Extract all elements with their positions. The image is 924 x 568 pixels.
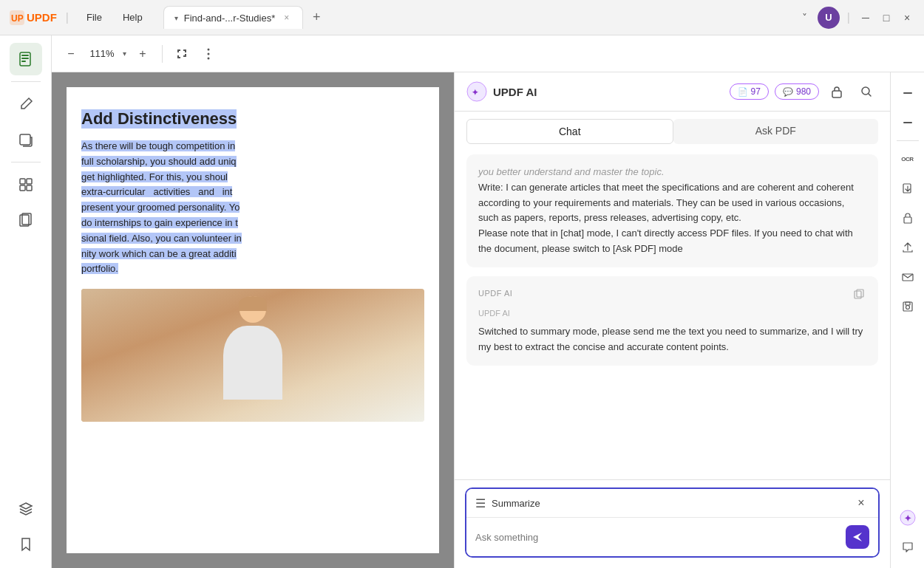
- window-controls: ˅ U | ─ □ ×: [797, 7, 915, 29]
- mode-label: Summarize: [492, 498, 847, 509]
- ai-message-2-header: UPDF AI: [478, 287, 866, 301]
- minus-top-icon: [902, 87, 914, 99]
- copy-icon: [854, 289, 864, 299]
- close-button[interactable]: ×: [899, 10, 915, 26]
- svg-point-26: [906, 306, 909, 309]
- maximize-button[interactable]: □: [878, 10, 894, 26]
- sidebar-item-document-view[interactable]: [10, 43, 42, 75]
- svg-text:✦: ✦: [472, 88, 478, 97]
- sidebar-item-pages[interactable]: [10, 204, 42, 236]
- help-menu[interactable]: Help: [114, 9, 152, 26]
- ai-message-1-text: you better understand and master the top…: [478, 165, 866, 257]
- ai-message-2-sender: UPDF AI: [478, 307, 866, 321]
- title-bar: UP UPDF | File Help ▾ Find-and-...r-Stud…: [0, 0, 924, 35]
- organize-icon: [18, 177, 33, 192]
- ai-message-2-label: UPDF AI: [478, 287, 512, 301]
- scroll-up-icon[interactable]: [894, 80, 921, 106]
- share-button[interactable]: [894, 234, 921, 261]
- pages-credit-badge[interactable]: 📄 97: [730, 83, 769, 100]
- toolbar-sep-1: [162, 45, 163, 63]
- active-tab[interactable]: ▾ Find-and-...r-Studies* ×: [163, 6, 304, 29]
- sidebar-item-annotate[interactable]: [10, 123, 42, 156]
- ai-credits: 📄 97 💬 980: [730, 83, 819, 100]
- ai-title: UPDF AI: [493, 86, 537, 98]
- tab-dropdown-button[interactable]: ˅: [797, 10, 813, 26]
- updf-logo-icon: UP: [9, 10, 25, 26]
- layers-icon: [18, 502, 33, 516]
- scroll-down-icon[interactable]: [894, 109, 921, 136]
- chat-messages: you better understand and master the top…: [455, 144, 890, 479]
- page-extract-icon: [902, 182, 914, 194]
- more-options-button[interactable]: [198, 44, 219, 64]
- protect-button[interactable]: [894, 205, 921, 231]
- page-extract-button[interactable]: [894, 175, 921, 202]
- app-logo: UP UPDF: [9, 10, 57, 26]
- share-icon: [902, 242, 914, 253]
- lock-icon[interactable]: [825, 80, 849, 103]
- annotate-icon: [18, 132, 33, 147]
- tab-chat[interactable]: Chat: [466, 119, 673, 144]
- chat-button[interactable]: [894, 534, 921, 561]
- svg-point-15: [208, 57, 210, 59]
- rs-sep-1: [897, 140, 919, 141]
- svg-rect-18: [832, 91, 841, 97]
- mode-close-button[interactable]: ×: [853, 495, 869, 511]
- new-tab-button[interactable]: +: [306, 7, 327, 28]
- tab-bar: ▾ Find-and-...r-Studies* × +: [163, 6, 791, 29]
- input-mode-bar: ☰ Summarize ×: [466, 489, 878, 518]
- pdf-image: [81, 289, 424, 422]
- svg-text:UP: UP: [11, 13, 24, 24]
- svg-rect-4: [21, 58, 29, 59]
- send-button[interactable]: [846, 525, 869, 549]
- file-menu[interactable]: File: [78, 9, 111, 26]
- svg-rect-22: [903, 184, 911, 193]
- tab-arrow-icon: ▾: [174, 14, 178, 22]
- updf-ai-logo-icon: ✦: [466, 81, 487, 102]
- tab-label: Find-and-...r-Studies*: [184, 13, 276, 24]
- zoom-arrow-icon[interactable]: ▾: [123, 49, 126, 58]
- email-icon: [902, 271, 914, 283]
- zoom-value: 111%: [87, 48, 117, 59]
- toolbar: − 111% ▾ +: [52, 35, 924, 72]
- protect-icon: [902, 212, 914, 224]
- lock-icon-svg: [830, 85, 843, 98]
- updf-colorful-button[interactable]: ✦: [894, 504, 921, 531]
- sidebar-item-layers[interactable]: [10, 493, 42, 525]
- sidebar-item-bookmark[interactable]: [10, 528, 42, 561]
- svg-text:✦: ✦: [904, 513, 911, 524]
- messages-credit-value: 980: [796, 86, 811, 97]
- save-icon: [902, 301, 914, 312]
- search-icon: [860, 85, 873, 98]
- title-sep: |: [66, 11, 69, 24]
- sidebar-item-organize[interactable]: [10, 168, 42, 201]
- ocr-button[interactable]: OCR: [894, 146, 921, 172]
- svg-rect-27: [906, 302, 910, 305]
- save-button[interactable]: [894, 293, 921, 320]
- email-button[interactable]: [894, 264, 921, 290]
- svg-rect-10: [27, 185, 32, 191]
- ai-header: ✦ UPDF AI 📄 97 💬 980: [455, 72, 890, 112]
- minus-bottom-icon: [902, 117, 914, 129]
- main-layout: − 111% ▾ +: [0, 35, 924, 568]
- fit-page-button[interactable]: [171, 44, 192, 64]
- avatar[interactable]: U: [818, 7, 840, 29]
- svg-rect-23: [904, 217, 911, 223]
- pdf-heading: Add Distinctiveness: [81, 109, 237, 129]
- messages-credit-badge[interactable]: 💬 980: [775, 83, 819, 100]
- svg-rect-6: [20, 134, 30, 145]
- svg-rect-25: [903, 302, 912, 311]
- copy-button-2[interactable]: [852, 287, 866, 301]
- tab-ask-pdf[interactable]: Ask PDF: [673, 119, 879, 144]
- zoom-out-button[interactable]: −: [61, 44, 81, 64]
- zoom-in-button[interactable]: +: [132, 44, 153, 64]
- updf-colorful-icon: ✦: [900, 510, 916, 526]
- more-icon: [207, 48, 210, 60]
- mode-icon: ☰: [475, 496, 486, 510]
- ai-search-button[interactable]: [855, 80, 878, 103]
- pdf-view: Add Distinctiveness As there will be tou…: [52, 72, 454, 568]
- tab-close-icon[interactable]: ×: [281, 11, 292, 24]
- ask-input[interactable]: [475, 532, 840, 543]
- input-field-row: [466, 518, 878, 556]
- sidebar-item-edit[interactable]: [10, 88, 42, 120]
- minimize-button[interactable]: ─: [857, 10, 874, 26]
